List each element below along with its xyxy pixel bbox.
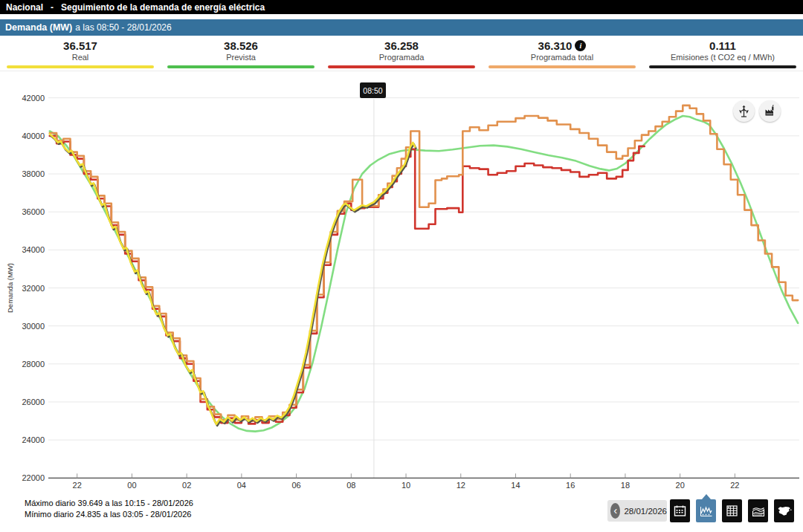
x-axis-label: 18 — [621, 481, 630, 490]
table-icon — [726, 505, 738, 517]
graph-view-button[interactable] — [696, 499, 716, 522]
y-axis-label: 40000 — [22, 132, 45, 140]
date-selector[interactable]: ‹ 28/01/2026 — [607, 500, 667, 522]
y-axis-label: 24000 — [22, 435, 45, 444]
x-axis-label: 16 — [566, 481, 575, 490]
y-axis-label: 30000 — [22, 322, 45, 331]
y-axis-label: 42000 — [22, 94, 45, 103]
x-axis-label: 02 — [182, 481, 191, 490]
y-axis-label: 32000 — [22, 284, 45, 293]
series-programada-total — [50, 106, 798, 421]
y-axis-label: 28000 — [22, 360, 45, 369]
y-axis-label: 38000 — [22, 169, 45, 178]
x-axis-label: 04 — [237, 481, 246, 490]
map-view-button[interactable] — [774, 499, 794, 522]
x-axis-label: 20 — [676, 481, 685, 490]
table-view-button[interactable] — [722, 499, 742, 522]
previous-day-button[interactable]: ‹ — [610, 503, 620, 519]
x-axis-label: 22 — [73, 481, 82, 490]
current-date: 28/01/2026 — [624, 507, 667, 516]
x-axis-label: 22 — [730, 481, 739, 490]
x-axis-label: 14 — [511, 481, 520, 490]
x-axis-label: 10 — [402, 481, 410, 490]
x-axis-label: 00 — [127, 481, 136, 490]
daily-min-text: Mínimo diario 24.835 a las 03:05 - 28/01… — [25, 510, 191, 519]
series-programada — [50, 136, 645, 424]
y-axis-title: Demanda (MW) — [6, 263, 14, 313]
wind-generation-button[interactable] — [733, 100, 755, 122]
stacked-area-icon — [752, 505, 765, 517]
factory-icon — [764, 105, 776, 117]
x-axis-label: 08 — [346, 481, 355, 490]
calendar-icon — [674, 505, 686, 517]
line-chart-icon — [700, 505, 713, 517]
series-prevista — [50, 116, 798, 432]
y-axis-label: 36000 — [22, 207, 45, 216]
spain-map-icon — [777, 505, 792, 517]
stacked-area-view-button[interactable] — [748, 499, 768, 522]
emissions-factory-button[interactable] — [759, 100, 781, 122]
y-axis-label: 34000 — [22, 245, 45, 254]
y-axis-label: 26000 — [22, 398, 45, 406]
time-tooltip: 08:50 — [360, 82, 386, 98]
demand-chart[interactable]: 4200040000380003600034000320003000028000… — [0, 0, 803, 532]
active-view-pointer — [702, 494, 711, 499]
x-axis-label: 12 — [457, 481, 465, 490]
x-axis-label: 06 — [291, 481, 300, 490]
y-axis-label: 22000 — [22, 473, 45, 482]
calendar-view-button[interactable] — [670, 499, 690, 522]
wind-turbine-icon — [738, 105, 750, 117]
daily-max-text: Máximo diario 39.649 a las 10:15 - 28/01… — [25, 499, 193, 507]
